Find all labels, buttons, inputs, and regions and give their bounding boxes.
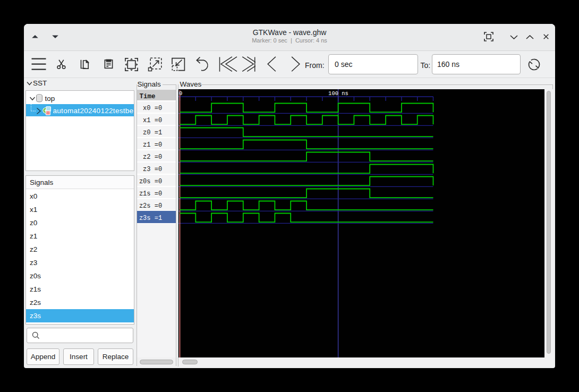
svg-text:0: 0 [179,90,182,97]
svg-text:100 ns: 100 ns [328,90,348,97]
